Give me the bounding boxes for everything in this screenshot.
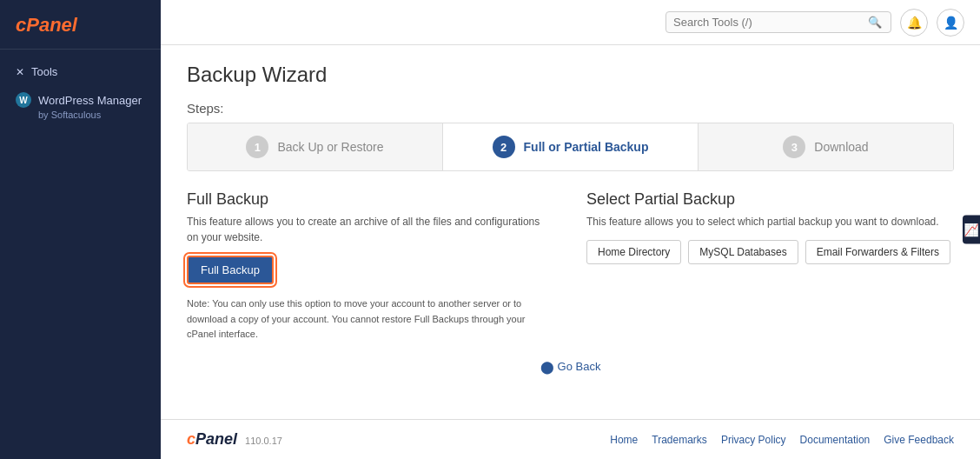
full-backup-button[interactable]: Full Backup: [187, 256, 274, 284]
go-back-icon: ⬤: [540, 360, 554, 374]
full-backup-title: Full Backup: [187, 190, 552, 209]
notifications-button[interactable]: 🔔: [900, 9, 928, 37]
logo-c: c: [16, 14, 26, 36]
sidebar-tools-label: Tools: [31, 65, 57, 78]
step-3-num: 3: [783, 136, 805, 158]
mysql-databases-button[interactable]: MySQL Databases: [688, 240, 798, 264]
footer-logo-rest: Panel: [195, 430, 237, 448]
sidebar: cPanel ✕ Tools W WordPress Manager by So…: [0, 0, 161, 459]
user-icon: 👤: [944, 16, 958, 30]
go-back-link[interactable]: ⬤ Go Back: [540, 360, 601, 374]
partial-backup-section: Select Partial Backup This feature allow…: [586, 190, 954, 343]
footer-logo: cPanel: [187, 430, 242, 448]
footer-version: 110.0.17: [245, 436, 282, 446]
step-2-num: 2: [493, 136, 515, 158]
bell-icon: 🔔: [907, 16, 922, 30]
wordpress-sublabel: by Softaculous: [16, 110, 145, 120]
sidebar-navigation: ✕ Tools W WordPress Manager by Softaculo…: [0, 50, 161, 459]
footer-logo-c: c: [187, 430, 195, 448]
logo-rest: Panel: [26, 14, 77, 36]
steps-label: Steps:: [187, 101, 954, 116]
cpanel-logo: cPanel: [16, 14, 145, 37]
footer-trademarks-link[interactable]: Trademarks: [652, 434, 707, 446]
feedback-side-tab[interactable]: 📈: [963, 216, 980, 244]
footer-logo-area: cPanel 110.0.17: [187, 430, 282, 449]
step-3[interactable]: 3 Download: [699, 123, 953, 170]
header: 🔍 🔔 👤: [161, 0, 980, 45]
go-back-row: ⬤ Go Back: [187, 360, 954, 374]
footer-feedback-link[interactable]: Give Feedback: [884, 434, 954, 446]
main-content: 🔍 🔔 👤 Backup Wizard Steps: 1 Back Up or …: [161, 0, 980, 459]
go-back-label: Go Back: [558, 360, 601, 373]
partial-backup-description: This feature allows you to select which …: [586, 214, 954, 230]
sidebar-item-wordpress[interactable]: W WordPress Manager by Softaculous: [0, 85, 161, 122]
feedback-tab-icon: 📈: [964, 223, 978, 237]
step-2[interactable]: 2 Full or Partial Backup: [443, 123, 699, 170]
full-backup-note: Note: You can only use this option to mo…: [187, 296, 534, 343]
full-backup-section: Full Backup This feature allows you to c…: [187, 190, 552, 343]
step-2-label: Full or Partial Backup: [524, 140, 649, 154]
footer-docs-link[interactable]: Documentation: [800, 434, 871, 446]
full-backup-description: This feature allows you to create an arc…: [187, 214, 552, 245]
page-title: Backup Wizard: [187, 63, 954, 87]
wordpress-icon: W: [16, 92, 31, 108]
user-menu-button[interactable]: 👤: [937, 9, 964, 37]
footer-privacy-link[interactable]: Privacy Policy: [721, 434, 786, 446]
partial-backup-title: Select Partial Backup: [586, 190, 954, 209]
search-box[interactable]: 🔍: [665, 11, 891, 33]
note-text-content: Note: You can only use this option to mo…: [187, 298, 526, 339]
footer-home-link[interactable]: Home: [610, 434, 638, 446]
search-input[interactable]: [673, 16, 866, 29]
main-columns: Full Backup This feature allows you to c…: [187, 190, 954, 343]
wordpress-label: WordPress Manager: [38, 94, 142, 107]
step-1[interactable]: 1 Back Up or Restore: [188, 123, 443, 170]
partial-backup-buttons: Home Directory MySQL Databases Email For…: [586, 240, 954, 264]
steps-bar: 1 Back Up or Restore 2 Full or Partial B…: [187, 123, 954, 171]
page-content: Backup Wizard Steps: 1 Back Up or Restor…: [161, 45, 980, 419]
sidebar-item-tools[interactable]: ✕ Tools: [0, 58, 161, 85]
home-directory-button[interactable]: Home Directory: [586, 240, 681, 264]
step-3-label: Download: [814, 140, 868, 154]
wordpress-label-row[interactable]: W WordPress Manager: [16, 92, 145, 108]
footer: cPanel 110.0.17 Home Trademarks Privacy …: [161, 419, 980, 459]
email-forwarders-button[interactable]: Email Forwarders & Filters: [805, 240, 950, 264]
search-button[interactable]: 🔍: [866, 16, 884, 29]
step-1-num: 1: [246, 136, 268, 158]
footer-links: Home Trademarks Privacy Policy Documenta…: [610, 434, 954, 446]
sidebar-logo: cPanel: [0, 0, 161, 50]
step-1-label: Back Up or Restore: [277, 140, 383, 154]
tools-icon: ✕: [16, 66, 24, 78]
